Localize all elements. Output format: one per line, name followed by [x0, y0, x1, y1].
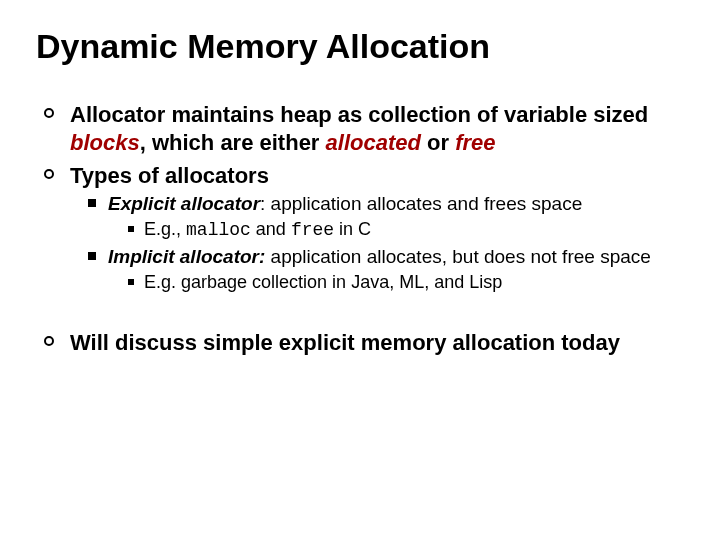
sub-bullet-implicit: Implicit allocator: application allocate…: [86, 245, 684, 293]
implicit-example: E.g. garbage collection in Java, ML, and…: [126, 271, 684, 294]
sub-sub-list-2: E.g. garbage collection in Java, ML, and…: [126, 271, 684, 294]
bullet-list: Allocator maintains heap as collection o…: [42, 101, 684, 293]
bullet-1-text-2: , which are either: [140, 130, 326, 155]
bullet-1-text-3: or: [421, 130, 455, 155]
bullet-2-text: Types of allocators: [70, 163, 269, 188]
implicit-lead: Implicit allocator:: [108, 246, 265, 267]
sub-bullet-list-1: Explicit allocator: application allocate…: [86, 192, 684, 294]
bullet-item-1: Allocator maintains heap as collection o…: [42, 101, 684, 156]
sub-sub-list-1: E.g., malloc and free in C: [126, 218, 684, 242]
explicit-lead: Explicit allocator: [108, 193, 260, 214]
slide: Dynamic Memory Allocation Allocator main…: [0, 0, 720, 540]
implicit-rest: application allocates, but does not free…: [265, 246, 651, 267]
bullet-item-3: Will discuss simple explicit memory allo…: [42, 329, 684, 357]
sub-bullet-explicit: Explicit allocator: application allocate…: [86, 192, 684, 241]
explicit-eg-mid: and: [251, 219, 291, 239]
bullet-list-2: Will discuss simple explicit memory allo…: [42, 329, 684, 357]
code-malloc: malloc: [186, 220, 251, 240]
bullet-1-free: free: [455, 130, 495, 155]
bullet-3-text: Will discuss simple explicit memory allo…: [70, 330, 620, 355]
bullet-1-text-1: Allocator maintains heap as collection o…: [70, 102, 648, 127]
bullet-item-2: Types of allocators Explicit allocator: …: [42, 162, 684, 293]
explicit-eg-pre: E.g.,: [144, 219, 186, 239]
explicit-rest: : application allocates and frees space: [260, 193, 582, 214]
bullet-1-allocated: allocated: [326, 130, 421, 155]
explicit-example: E.g., malloc and free in C: [126, 218, 684, 242]
implicit-eg-text: E.g. garbage collection in Java, ML, and…: [144, 272, 502, 292]
bullet-1-blocks: blocks: [70, 130, 140, 155]
spacer: [36, 301, 684, 329]
explicit-eg-post: in C: [334, 219, 371, 239]
slide-title: Dynamic Memory Allocation: [36, 28, 684, 65]
code-free: free: [291, 220, 334, 240]
